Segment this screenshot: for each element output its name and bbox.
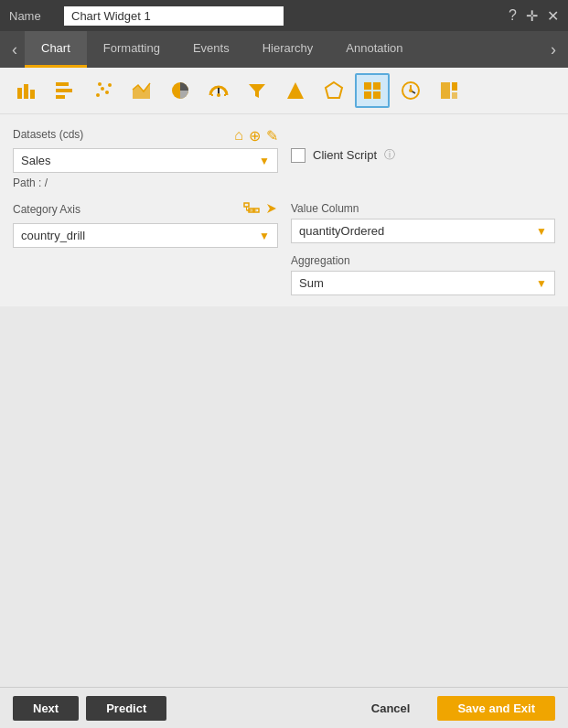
header: Name ? ✛ ✕ [0, 0, 568, 31]
svg-marker-35 [267, 204, 276, 213]
datasets-header: Datasets (cds) ⌂ ⊕ ✎ [13, 127, 278, 145]
footer: Next Predict Cancel Save and Exit [0, 687, 568, 728]
area-chart-button[interactable] [124, 73, 159, 108]
svg-point-8 [105, 91, 109, 94]
svg-point-25 [409, 89, 413, 92]
client-script-label: Client Script [313, 148, 377, 162]
category-axis-select[interactable]: country_drill ▼ [13, 223, 278, 248]
svg-rect-23 [373, 91, 380, 99]
save-exit-button[interactable]: Save and Exit [437, 696, 555, 721]
path-value: / [45, 177, 48, 189]
category-axis-icons [243, 202, 278, 219]
svg-rect-20 [364, 82, 371, 90]
svg-rect-0 [17, 88, 22, 99]
datasets-home-icon[interactable]: ⌂ [234, 127, 243, 145]
next-button[interactable]: Next [13, 696, 79, 721]
svg-rect-5 [56, 95, 65, 99]
svg-point-9 [108, 83, 112, 87]
category-axis-label: Category Axis [13, 203, 80, 216]
meter-button[interactable] [393, 73, 428, 108]
svg-marker-17 [249, 84, 265, 98]
svg-rect-26 [441, 82, 450, 99]
category-axis-section: Category Axis [13, 202, 278, 306]
tab-events[interactable]: Events [177, 31, 246, 68]
value-aggregation-section: Value Column quantityOrdered ▼ Aggregati… [291, 202, 555, 306]
svg-rect-28 [452, 92, 457, 99]
name-label: Name [9, 9, 55, 23]
meter-icon [401, 80, 421, 101]
category-axis-arrow: ▼ [259, 230, 270, 242]
dashboard-button[interactable] [355, 73, 390, 108]
value-column-section: Value Column quantityOrdered ▼ [291, 202, 555, 243]
tabs-bar: ‹ Chart Formatting Events Hierarchy Anno… [0, 31, 568, 68]
dashboard-icon [362, 80, 382, 101]
pentagon-button[interactable] [316, 73, 351, 108]
header-icons: ? ✛ ✕ [509, 7, 559, 25]
pyramid-button[interactable] [278, 73, 313, 108]
aggregation-select[interactable]: Sum ▼ [291, 271, 555, 295]
filter-icon [247, 80, 267, 101]
tab-next-button[interactable]: › [543, 40, 563, 59]
svg-rect-29 [244, 203, 249, 207]
category-axis-header: Category Axis [13, 202, 278, 219]
svg-point-10 [98, 82, 102, 86]
aggregation-label: Aggregation [291, 254, 555, 267]
pie-chart-icon [170, 80, 190, 101]
pie-chart-button[interactable] [163, 73, 198, 108]
bar-chart-icon [16, 80, 37, 101]
tab-chart[interactable]: Chart [25, 31, 87, 68]
path-row: Path : / [13, 177, 278, 189]
tab-annotation[interactable]: Annotation [329, 31, 419, 68]
svg-rect-4 [56, 89, 72, 92]
datasets-select[interactable]: Sales ▼ [13, 148, 278, 173]
area-chart-icon [132, 80, 152, 101]
svg-rect-1 [24, 84, 28, 99]
svg-marker-18 [287, 82, 304, 99]
svg-rect-27 [452, 82, 457, 91]
filter-button[interactable] [240, 73, 274, 108]
chart-type-toolbar [0, 68, 568, 114]
cancel-button[interactable]: Cancel [351, 696, 431, 721]
svg-point-6 [96, 93, 100, 97]
aggregation-arrow: ▼ [536, 277, 547, 290]
svg-point-14 [217, 93, 220, 97]
scatter-button[interactable] [86, 73, 121, 108]
bar-chart-button[interactable] [9, 73, 44, 108]
tab-hierarchy[interactable]: Hierarchy [246, 31, 330, 68]
datasets-dropdown-arrow: ▼ [259, 155, 270, 167]
svg-marker-19 [326, 82, 342, 98]
client-script-info-icon[interactable]: ⓘ [384, 147, 395, 163]
client-script-checkbox[interactable] [291, 148, 305, 163]
treemap-button[interactable] [432, 73, 466, 108]
name-input[interactable] [64, 6, 284, 26]
close-icon[interactable]: ✕ [547, 7, 559, 25]
svg-rect-21 [373, 82, 380, 90]
datasets-add-icon[interactable]: ⊕ [249, 127, 261, 145]
predict-button[interactable]: Predict [86, 696, 166, 721]
horizontal-bar-button[interactable] [48, 73, 82, 108]
chart-icons-row2 [240, 73, 466, 108]
gauge-button[interactable] [201, 73, 236, 108]
datasets-edit-icon[interactable]: ✎ [266, 127, 278, 145]
help-icon[interactable]: ? [509, 7, 517, 24]
pyramid-icon [285, 80, 305, 101]
category-hierarchy-icon[interactable] [243, 202, 260, 219]
svg-rect-3 [56, 82, 69, 86]
category-navigate-icon[interactable] [265, 202, 278, 219]
client-script-row: Client Script ⓘ [291, 147, 555, 163]
datasets-label: Datasets (cds) [13, 128, 83, 141]
value-column-select[interactable]: quantityOrdered ▼ [291, 219, 555, 243]
tab-prev-button[interactable]: ‹ [5, 31, 25, 68]
treemap-icon [439, 80, 459, 101]
scatter-icon [93, 80, 113, 101]
svg-point-7 [101, 87, 104, 91]
main-content: Datasets (cds) ⌂ ⊕ ✎ Sales ▼ Path : / Cl… [0, 114, 568, 306]
tab-formatting[interactable]: Formatting [87, 31, 177, 68]
move-icon[interactable]: ✛ [526, 7, 538, 25]
pentagon-icon [324, 80, 344, 101]
datasets-actions: ⌂ ⊕ ✎ [234, 127, 278, 145]
axis-value-section: Category Axis [13, 202, 555, 306]
value-column-arrow: ▼ [536, 225, 547, 238]
horizontal-bar-icon [55, 80, 75, 101]
value-column-label: Value Column [291, 202, 555, 215]
